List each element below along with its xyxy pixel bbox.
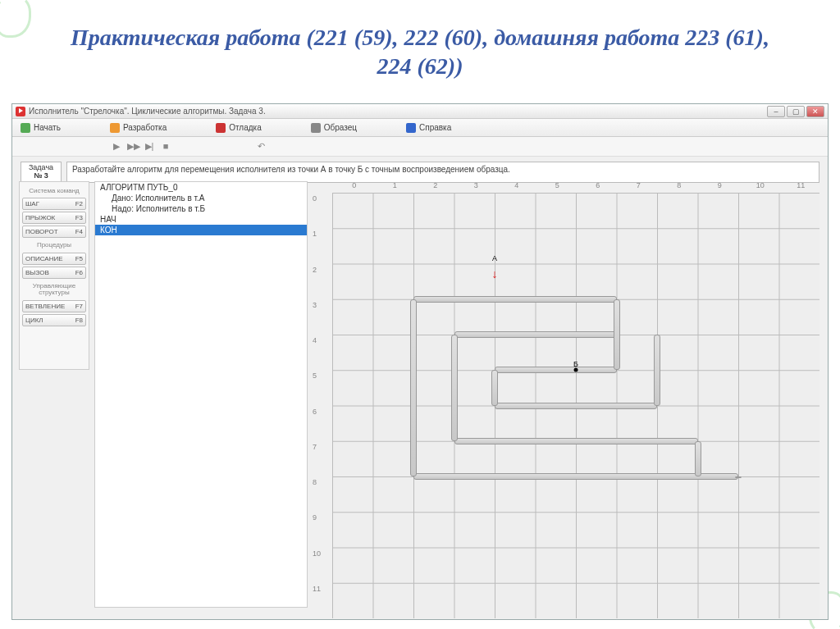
axis-tick: 4 <box>313 336 331 371</box>
grid-panel: 01234567891011 01234567891011 А↓Б <box>313 181 821 620</box>
undo-icon[interactable]: ↶ <box>255 141 267 153</box>
menu-start-label: Начать <box>34 123 61 132</box>
wall-segment <box>454 331 617 338</box>
axis-tick: 6 <box>578 181 619 193</box>
executor-arrow-icon: ↓ <box>492 267 498 280</box>
axis-tick: 10 <box>740 181 781 193</box>
wall-segment <box>614 299 620 371</box>
cmd-turn[interactable]: ПОВОРОТF4 <box>22 226 86 238</box>
skip-icon[interactable]: ▶| <box>144 141 155 153</box>
axis-x: 01234567891011 <box>334 181 821 193</box>
debug-icon <box>216 123 226 133</box>
axis-tick: 5 <box>313 371 331 407</box>
wall-segment <box>654 335 660 406</box>
cmd-section-system: Система команд <box>22 188 86 194</box>
wall-segment <box>495 403 657 409</box>
stop-icon[interactable]: ■ <box>160 141 171 153</box>
axis-tick: 9 <box>700 181 741 193</box>
axis-y: 01234567891011 <box>313 194 331 620</box>
code-line: НАЧ <box>95 214 307 225</box>
play-icon <box>21 123 30 133</box>
wall-segment <box>495 367 617 373</box>
menu-sample[interactable]: Образец <box>311 123 357 133</box>
help-icon <box>406 123 416 133</box>
grid-canvas[interactable]: А↓Б <box>332 193 819 618</box>
axis-tick: 11 <box>781 181 822 193</box>
window-title: Исполнитель "Стрелочка". Циклические алг… <box>29 107 764 116</box>
play-icon[interactable]: ▶ <box>111 141 122 153</box>
point-b-label: Б <box>573 360 578 368</box>
axis-tick: 7 <box>619 181 660 193</box>
wall-segment <box>410 299 417 476</box>
menu-start[interactable]: Начать <box>21 123 61 133</box>
cmd-loop[interactable]: ЦИКЛF8 <box>22 314 86 326</box>
axis-tick: 9 <box>313 513 331 549</box>
cmd-jump[interactable]: ПРЫЖОКF3 <box>22 212 86 224</box>
axis-tick: 5 <box>537 181 578 193</box>
cmd-call[interactable]: ВЫЗОВF6 <box>22 267 86 279</box>
develop-icon <box>110 123 120 133</box>
sample-icon <box>311 123 321 133</box>
menu-develop-label: Разработка <box>123 123 167 132</box>
wall-segment <box>454 438 698 444</box>
axis-tick: 11 <box>313 585 331 620</box>
axis-tick: 6 <box>313 408 331 443</box>
point-b-dot <box>574 368 578 372</box>
cmd-branch[interactable]: ВЕТВЛЕНИЕF7 <box>22 300 86 312</box>
fast-forward-icon[interactable]: ▶▶ <box>127 141 139 153</box>
axis-tick: 0 <box>313 194 331 230</box>
axis-tick: 8 <box>659 181 700 193</box>
code-line: АЛГОРИТМ ПУТЬ_0 <box>95 182 307 193</box>
menu-debug-label: Отладка <box>229 123 262 132</box>
menu-debug[interactable]: Отладка <box>216 123 262 133</box>
menu-develop[interactable]: Разработка <box>110 123 167 133</box>
axis-tick: 4 <box>496 181 537 193</box>
cmd-step[interactable]: ШАГF2 <box>22 198 86 210</box>
app-window: Исполнитель "Стрелочка". Циклические алг… <box>11 103 829 620</box>
menu-help[interactable]: Справка <box>406 123 451 133</box>
cmd-section-ctrl: Управляющие структуры <box>22 283 86 297</box>
minimize-button[interactable]: – <box>767 106 785 117</box>
menubar: Начать Разработка Отладка Образец Справк… <box>12 119 828 137</box>
toolbar: ▶ ▶▶ ▶| ■ ↶ <box>12 137 828 157</box>
axis-tick: 2 <box>415 181 456 193</box>
cmd-section-proc: Процедуры <box>22 242 86 248</box>
app-icon <box>16 107 25 116</box>
titlebar: Исполнитель "Стрелочка". Циклические алг… <box>12 104 828 119</box>
command-panel: Система команд ШАГF2 ПРЫЖОКF3 ПОВОРОТF4 … <box>19 181 89 370</box>
menu-help-label: Справка <box>419 123 451 132</box>
axis-tick: 1 <box>313 230 331 265</box>
menu-sample-label: Образец <box>324 123 357 132</box>
axis-tick: 0 <box>334 181 375 193</box>
close-button[interactable]: ✕ <box>806 106 824 117</box>
slide-title: Практическая работа (221 (59), 222 (60),… <box>0 0 840 90</box>
cmd-describe[interactable]: ОПИСАНИЕF5 <box>22 253 86 265</box>
point-a-label: А <box>492 254 497 262</box>
axis-tick: 3 <box>456 181 497 193</box>
axis-tick: 3 <box>313 301 331 336</box>
axis-tick: 7 <box>313 443 331 478</box>
wall-segment <box>451 335 458 441</box>
wall-segment <box>413 473 738 480</box>
work-area: Система команд ШАГF2 ПРЫЖОКF3 ПОВОРОТF4 … <box>12 180 828 619</box>
axis-tick: 8 <box>313 478 331 513</box>
code-line: Дано: Исполнитель в т.А <box>95 193 307 203</box>
maximize-button[interactable]: ▢ <box>787 106 805 117</box>
wall-segment <box>491 370 498 405</box>
wall-segment <box>695 441 701 476</box>
wall-segment <box>413 296 617 303</box>
wall-segment <box>735 476 742 478</box>
code-panel[interactable]: АЛГОРИТМ ПУТЬ_0 Дано: Исполнитель в т.А … <box>94 181 308 608</box>
axis-tick: 2 <box>313 266 331 301</box>
code-line: Надо: Исполнитель в т.Б <box>95 203 307 214</box>
axis-tick: 1 <box>375 181 416 193</box>
axis-tick: 10 <box>313 549 331 585</box>
code-line-selected: КОН <box>95 225 307 235</box>
